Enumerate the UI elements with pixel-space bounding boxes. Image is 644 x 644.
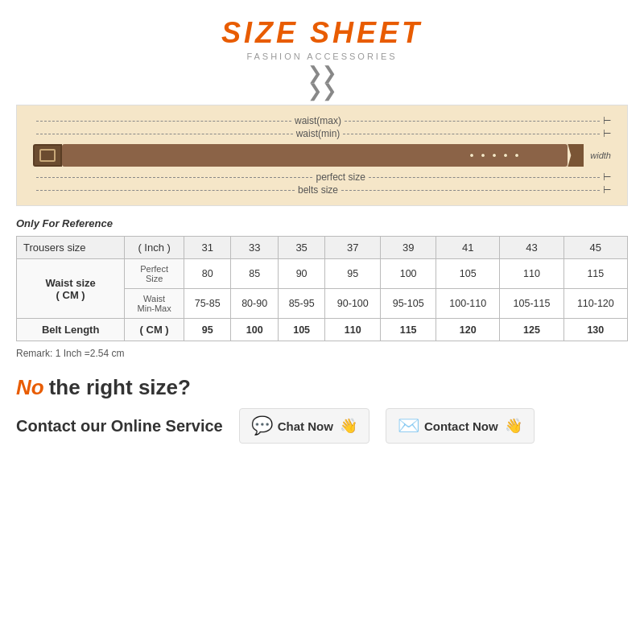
belt-95: 95	[184, 319, 230, 341]
perfect-35: 90	[278, 259, 324, 289]
perfect-sub-header: PerfectSize	[125, 259, 184, 289]
hand-icon-chat: 👋	[340, 417, 357, 435]
dots-line-perfect-right	[369, 177, 600, 178]
perfect-size-row: perfect size ⊢	[33, 171, 611, 183]
dots-line-waist-min	[36, 134, 293, 134]
belt-graphic: width	[33, 144, 611, 167]
hand-icon-contact: 👋	[505, 417, 522, 435]
belts-size-label: belts size	[298, 184, 338, 196]
belt-115: 115	[381, 319, 436, 341]
size-31: 31	[184, 237, 230, 259]
contact-label: Contact our Online Service	[16, 417, 223, 436]
perfect-45: 115	[564, 259, 627, 289]
belt-buckle-inner	[39, 149, 56, 162]
question-text: the right size?	[49, 375, 191, 399]
belt-hole-1	[469, 153, 474, 158]
belt-length-row: Belt Length ( CM ) 95 100 105 110 115 12…	[17, 319, 628, 341]
size-39: 39	[381, 237, 436, 259]
no-text: No	[16, 375, 44, 399]
main-title: SIZE SHEET	[16, 16, 628, 50]
belts-size-row: belts size ⊢	[33, 184, 611, 196]
size-37: 37	[325, 237, 381, 259]
perfect-size-label: perfect size	[316, 171, 365, 183]
belt-hole-2	[481, 153, 485, 158]
inch-header: ( Inch )	[125, 237, 184, 259]
size-33: 33	[231, 237, 278, 259]
waist-max-row: waist(max) ⊢	[33, 115, 611, 126]
perfect-39: 100	[381, 259, 436, 289]
belt-buckle	[33, 144, 62, 167]
waist-37: 90-100	[325, 289, 381, 319]
subtitle: FASHION ACCESSORIES	[16, 52, 628, 61]
waist-41: 100-110	[436, 289, 500, 319]
perfect-size-row: Waist size ( CM ) PerfectSize 80 85 90 9…	[17, 259, 628, 289]
trousers-size-header: Trousers size	[17, 237, 125, 259]
perfect-33: 85	[231, 259, 278, 289]
belt-130: 130	[564, 319, 627, 341]
waist-min-label: waist(min)	[296, 128, 341, 139]
perfect-41: 105	[436, 259, 500, 289]
contact-btn-label: Contact Now	[424, 419, 498, 433]
contact-now-button[interactable]: ✉️ Contact Now 👋	[386, 408, 535, 444]
no-size-title: Nothe right size?	[16, 375, 628, 400]
waist-35: 85-95	[278, 289, 324, 319]
no-size-section: Nothe right size? Contact our Online Ser…	[16, 375, 628, 444]
chevron-icon: ❯❯❯❯	[16, 64, 628, 100]
contact-section: Contact our Online Service 💬 Chat Now 👋 …	[16, 408, 628, 444]
size-43: 43	[500, 237, 564, 259]
waist-min-row: waist(min) ⊢	[33, 128, 611, 139]
waist-minmax-sub-header: WaistMin-Max	[125, 289, 184, 319]
chat-btn-label: Chat Now	[278, 419, 333, 433]
size-45: 45	[564, 237, 627, 259]
width-label: width	[590, 151, 611, 160]
title-section: SIZE SHEET FASHION ACCESSORIES ❯❯❯❯	[16, 16, 628, 100]
chat-now-button[interactable]: 💬 Chat Now 👋	[239, 408, 369, 444]
belt-holes	[469, 153, 519, 158]
belt-120: 120	[436, 319, 500, 341]
dots-line-waist-max-right	[345, 121, 600, 122]
size-table: Trousers size ( Inch ) 31 33 35 37 39 41…	[16, 236, 628, 341]
perfect-43: 110	[500, 259, 564, 289]
dots-line-waist-max	[36, 121, 291, 122]
size-41: 41	[436, 237, 500, 259]
belt-110: 110	[325, 319, 381, 341]
waist-33: 80-90	[231, 289, 278, 319]
perfect-37: 95	[325, 259, 381, 289]
email-icon: ✉️	[398, 415, 419, 436]
belt-105: 105	[278, 319, 324, 341]
dots-line-waist-min-right	[343, 134, 600, 134]
waist-45: 110-120	[564, 289, 627, 319]
belt-hole-5	[514, 153, 519, 158]
belt-diagram: waist(max) ⊢ waist(min) ⊢	[16, 105, 628, 206]
dots-line-belt-right	[341, 190, 600, 191]
waist-31: 75-85	[184, 289, 230, 319]
belt-hole-3	[492, 153, 497, 158]
belt-length-label: Belt Length	[17, 319, 125, 341]
belt-body	[62, 144, 568, 167]
waist-43: 105-115	[500, 289, 564, 319]
waist-size-label: Waist size ( CM )	[17, 259, 125, 319]
belt-tip	[568, 144, 584, 167]
page-container: SIZE SHEET FASHION ACCESSORIES ❯❯❯❯ wais…	[0, 0, 644, 644]
size-35: 35	[278, 237, 324, 259]
waist-max-label: waist(max)	[295, 115, 341, 126]
dots-line-perfect	[36, 177, 312, 178]
dots-line-belt	[36, 190, 295, 191]
chat-icon: 💬	[251, 415, 273, 436]
waist-39: 95-105	[381, 289, 436, 319]
reference-note: Only For Reference	[16, 217, 628, 229]
perfect-31: 80	[184, 259, 230, 289]
table-header-row: Trousers size ( Inch ) 31 33 35 37 39 41…	[17, 237, 628, 259]
belt-125: 125	[500, 319, 564, 341]
remark-text: Remark: 1 Inch =2.54 cm	[16, 348, 628, 359]
belt-100: 100	[231, 319, 278, 341]
belt-length-unit: ( CM )	[125, 319, 184, 341]
belt-hole-4	[503, 153, 508, 158]
